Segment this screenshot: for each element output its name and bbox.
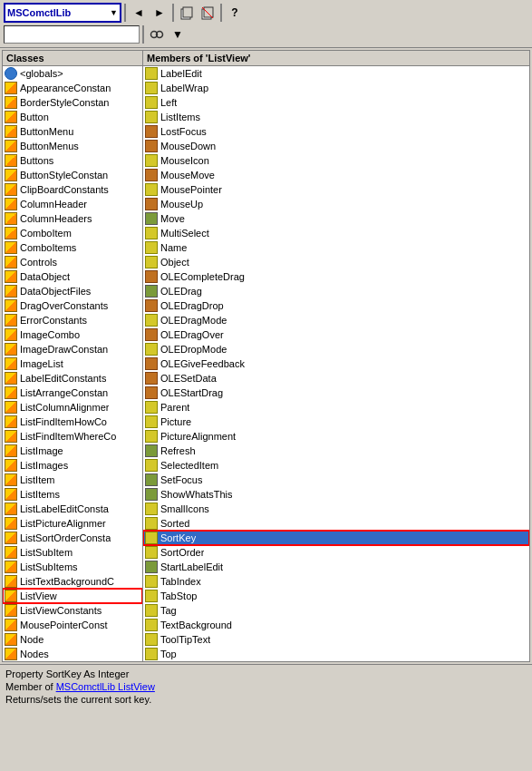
class-item-35[interactable]: ListTextBackgroundC xyxy=(3,574,142,589)
member-item-22[interactable]: OLEStartDrag xyxy=(143,386,529,400)
class-item-37[interactable]: ListViewConstants xyxy=(3,603,142,618)
member-item-25[interactable]: PictureAlignment xyxy=(143,429,529,444)
member-item-29[interactable]: ShowWhatsThis xyxy=(143,487,529,502)
class-item-23[interactable]: ListColumnAlignmer xyxy=(3,400,142,415)
class-item-21[interactable]: LabelEditConstants xyxy=(3,371,142,386)
member-item-28[interactable]: SetFocus xyxy=(143,473,529,487)
class-item-33[interactable]: ListSubItem xyxy=(3,545,142,560)
member-item-24[interactable]: Picture xyxy=(143,415,529,429)
member-item-6[interactable]: MouseIcon xyxy=(143,153,529,168)
member-item-35[interactable]: TabIndex xyxy=(143,574,529,589)
member-item-23[interactable]: Parent xyxy=(143,400,529,415)
class-item-20[interactable]: ImageList xyxy=(3,356,142,371)
member-item-26[interactable]: Refresh xyxy=(143,444,529,458)
member-label-2: Left xyxy=(160,97,177,108)
class-item-13[interactable]: Controls xyxy=(3,255,142,269)
class-item-38[interactable]: MousePointerConst xyxy=(3,618,142,632)
class-item-12[interactable]: ComboItems xyxy=(3,240,142,255)
help-btn[interactable]: ? xyxy=(225,3,245,23)
member-item-1[interactable]: LabelWrap xyxy=(143,81,529,95)
member-item-10[interactable]: Move xyxy=(143,211,529,226)
copy-btn2[interactable] xyxy=(198,3,218,23)
member-item-2[interactable]: Left xyxy=(143,95,529,110)
member-item-37[interactable]: Tag xyxy=(143,603,529,618)
member-item-19[interactable]: OLEDropMode xyxy=(143,342,529,356)
class-item-5[interactable]: ButtonMenus xyxy=(3,139,142,153)
member-label-30: SmallIcons xyxy=(160,503,209,514)
member-item-4[interactable]: LostFocus xyxy=(143,124,529,139)
member-item-18[interactable]: OLEDragOver xyxy=(143,327,529,342)
class-icon-29 xyxy=(5,488,17,501)
class-icon-20 xyxy=(5,357,17,370)
class-item-14[interactable]: DataObject xyxy=(3,269,142,284)
member-item-33[interactable]: SortOrder xyxy=(143,545,529,560)
class-item-16[interactable]: DragOverConstants xyxy=(3,298,142,313)
class-item-9[interactable]: ColumnHeader xyxy=(3,197,142,211)
dropdown-btn[interactable]: ▼ xyxy=(168,24,188,44)
class-item-3[interactable]: Button xyxy=(3,110,142,124)
class-item-22[interactable]: ListArrangeConstan xyxy=(3,386,142,400)
class-item-15[interactable]: DataObjectFiles xyxy=(3,284,142,298)
class-item-11[interactable]: ComboItem xyxy=(3,226,142,240)
member-item-15[interactable]: OLEDrag xyxy=(143,284,529,298)
library-dropdown[interactable]: MSComctlLib ▼ xyxy=(4,3,121,23)
class-item-17[interactable]: ErrorConstants xyxy=(3,313,142,327)
member-item-30[interactable]: SmallIcons xyxy=(143,502,529,516)
class-item-36[interactable]: ListView xyxy=(3,589,142,603)
member-item-27[interactable]: SelectedItem xyxy=(143,458,529,473)
nav-back-btn[interactable]: ◄ xyxy=(129,3,149,23)
member-item-14[interactable]: OLECompleteDrag xyxy=(143,269,529,284)
class-item-28[interactable]: ListItem xyxy=(3,473,142,487)
class-item-10[interactable]: ColumnHeaders xyxy=(3,211,142,226)
members-list[interactable]: LabelEditLabelWrapLeftListItemsLostFocus… xyxy=(143,66,529,661)
member-item-13[interactable]: Object xyxy=(143,255,529,269)
member-item-34[interactable]: StartLabelEdit xyxy=(143,560,529,574)
member-item-12[interactable]: Name xyxy=(143,240,529,255)
class-item-29[interactable]: ListItems xyxy=(3,487,142,502)
class-item-24[interactable]: ListFindItemHowCo xyxy=(3,415,142,429)
nav-fwd-btn[interactable]: ► xyxy=(150,3,169,23)
member-item-39[interactable]: ToolTipText xyxy=(143,632,529,647)
class-item-7[interactable]: ButtonStyleConstan xyxy=(3,168,142,182)
member-link[interactable]: MSComctlLib ListView xyxy=(56,681,155,692)
class-item-26[interactable]: ListImage xyxy=(3,444,142,458)
class-item-25[interactable]: ListFindItemWhereCo xyxy=(3,429,142,444)
class-item-6[interactable]: Buttons xyxy=(3,153,142,168)
member-item-32[interactable]: SortKey xyxy=(143,531,529,545)
search-btn[interactable] xyxy=(147,24,167,44)
class-item-4[interactable]: ButtonMenu xyxy=(3,124,142,139)
class-item-34[interactable]: ListSubItems xyxy=(3,560,142,574)
class-item-32[interactable]: ListSortOrderConsta xyxy=(3,531,142,545)
member-item-40[interactable]: Top xyxy=(143,647,529,661)
member-item-20[interactable]: OLEGiveFeedback xyxy=(143,356,529,371)
search-input[interactable] xyxy=(4,25,140,44)
member-item-8[interactable]: MousePointer xyxy=(143,182,529,197)
class-item-39[interactable]: Node xyxy=(3,632,142,647)
classes-list[interactable]: <globals>AppearanceConstanBorderStyleCon… xyxy=(3,66,142,661)
member-item-5[interactable]: MouseDown xyxy=(143,139,529,153)
member-item-36[interactable]: TabStop xyxy=(143,589,529,603)
copy-btn1[interactable] xyxy=(177,3,197,23)
member-item-17[interactable]: OLEDragMode xyxy=(143,313,529,327)
class-item-31[interactable]: ListPictureAlignmer xyxy=(3,516,142,531)
member-item-16[interactable]: OLEDragDrop xyxy=(143,298,529,313)
member-item-38[interactable]: TextBackground xyxy=(143,618,529,632)
class-item-27[interactable]: ListImages xyxy=(3,458,142,473)
class-icon-33 xyxy=(5,546,17,559)
class-item-2[interactable]: BorderStyleConstan xyxy=(3,95,142,110)
member-item-21[interactable]: OLESetData xyxy=(143,371,529,386)
class-item-1[interactable]: AppearanceConstan xyxy=(3,81,142,95)
member-item-0[interactable]: LabelEdit xyxy=(143,66,529,81)
member-item-11[interactable]: MultiSelect xyxy=(143,226,529,240)
member-item-31[interactable]: Sorted xyxy=(143,516,529,531)
class-item-30[interactable]: ListLabelEditConsta xyxy=(3,502,142,516)
class-item-40[interactable]: Nodes xyxy=(3,647,142,661)
member-item-7[interactable]: MouseMove xyxy=(143,168,529,182)
class-item-19[interactable]: ImageDrawConstan xyxy=(3,342,142,356)
member-item-3[interactable]: ListItems xyxy=(143,110,529,124)
member-label-14: OLECompleteDrag xyxy=(160,271,245,282)
class-item-18[interactable]: ImageCombo xyxy=(3,327,142,342)
member-item-9[interactable]: MouseUp xyxy=(143,197,529,211)
class-item-0[interactable]: <globals> xyxy=(3,66,142,81)
class-item-8[interactable]: ClipBoardConstants xyxy=(3,182,142,197)
